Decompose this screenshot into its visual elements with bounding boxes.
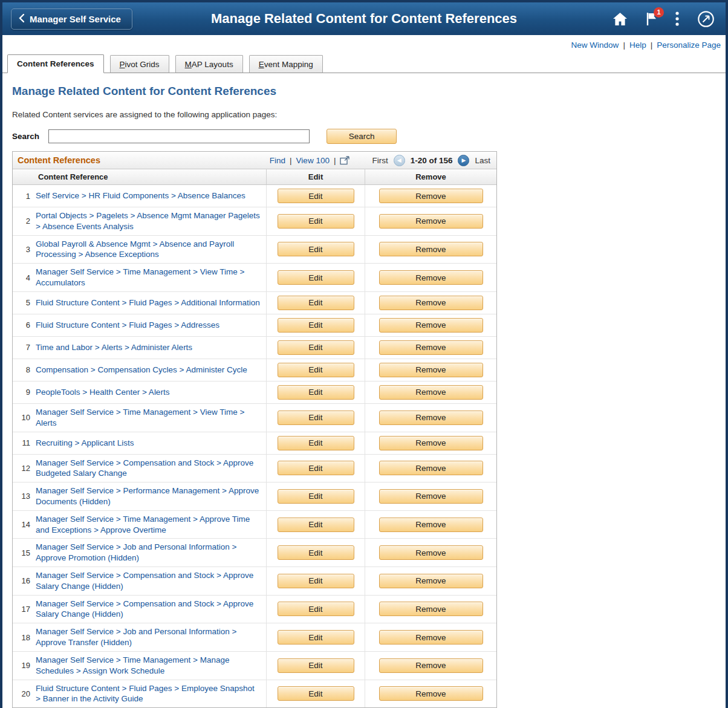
remove-button[interactable]: Remove xyxy=(379,270,483,285)
remove-button[interactable]: Remove xyxy=(379,385,483,400)
remove-cell: Remove xyxy=(365,382,496,403)
content-reference-link[interactable]: Manager Self Service > Time Management >… xyxy=(36,267,260,288)
row-number: 6 xyxy=(13,318,34,332)
home-icon[interactable] xyxy=(613,12,628,26)
search-input[interactable] xyxy=(48,129,310,143)
remove-button[interactable]: Remove xyxy=(379,489,483,504)
edit-button[interactable]: Edit xyxy=(278,574,354,588)
edit-button[interactable]: Edit xyxy=(278,436,354,450)
content-reference-cell: Manager Self Service > Compensation and … xyxy=(34,567,267,595)
edit-button[interactable]: Edit xyxy=(278,658,354,673)
tab-pivot-grids[interactable]: Pivot Grids xyxy=(110,55,169,73)
remove-button[interactable]: Remove xyxy=(379,686,483,701)
find-link[interactable]: Find xyxy=(270,156,285,165)
content-reference-cell: Manager Self Service > Job and Personal … xyxy=(34,623,267,651)
search-button[interactable]: Search xyxy=(327,129,397,144)
content-reference-link[interactable]: Manager Self Service > Time Management >… xyxy=(36,514,260,536)
edit-button[interactable]: Edit xyxy=(278,363,354,377)
zoom-grid-icon[interactable] xyxy=(340,156,350,165)
remove-cell: Remove xyxy=(365,207,496,235)
edit-button[interactable]: Edit xyxy=(278,242,354,256)
edit-button[interactable]: Edit xyxy=(278,189,354,203)
table-row: 12 Manager Self Service > Compensation a… xyxy=(13,455,496,483)
last-page-link[interactable]: Last xyxy=(475,156,490,165)
content-reference-link[interactable]: Manager Self Service > Job and Personal … xyxy=(36,542,260,563)
content-reference-link[interactable]: Manager Self Service > Job and Personal … xyxy=(36,626,260,648)
edit-button[interactable]: Edit xyxy=(278,318,354,333)
remove-button[interactable]: Remove xyxy=(379,574,483,588)
content-reference-link[interactable]: Fluid Structure Content > Fluid Pages > … xyxy=(36,320,219,331)
grid-body: 1 Self Service > HR Fluid Components > A… xyxy=(13,185,496,707)
remove-button[interactable]: Remove xyxy=(379,461,483,475)
edit-button[interactable]: Edit xyxy=(278,518,354,532)
remove-button[interactable]: Remove xyxy=(379,318,483,333)
content-reference-link[interactable]: Time and Labor > Alerts > Administer Ale… xyxy=(36,342,192,353)
edit-cell: Edit xyxy=(267,432,365,454)
remove-button[interactable]: Remove xyxy=(379,214,483,229)
new-window-link[interactable]: New Window xyxy=(571,41,619,50)
edit-button[interactable]: Edit xyxy=(278,602,354,616)
first-page-link[interactable]: First xyxy=(372,156,388,165)
content-reference-link[interactable]: Manager Self Service > Compensation and … xyxy=(36,570,260,592)
help-link[interactable]: Help xyxy=(629,41,646,50)
content-reference-link[interactable]: Manager Self Service > Time Management >… xyxy=(36,655,260,677)
content-reference-link[interactable]: Recruiting > Applicant Lists xyxy=(36,438,134,449)
edit-button[interactable]: Edit xyxy=(278,461,354,475)
edit-button[interactable]: Edit xyxy=(278,630,354,645)
edit-button[interactable]: Edit xyxy=(278,686,354,701)
content-reference-cell: Manager Self Service > Compensation and … xyxy=(34,455,267,482)
remove-button[interactable]: Remove xyxy=(379,296,483,310)
remove-button[interactable]: Remove xyxy=(379,411,483,425)
remove-button[interactable]: Remove xyxy=(379,630,483,645)
column-header-spacer xyxy=(13,169,34,184)
content-reference-link[interactable]: Manager Self Service > Compensation and … xyxy=(36,599,260,620)
remove-button[interactable]: Remove xyxy=(379,658,483,673)
edit-button[interactable]: Edit xyxy=(278,340,354,355)
content-reference-link[interactable]: PeopleTools > Health Center > Alerts xyxy=(36,387,169,398)
edit-cell: Edit xyxy=(267,455,365,482)
remove-button[interactable]: Remove xyxy=(379,602,483,616)
next-page-icon[interactable]: ▶ xyxy=(458,155,469,166)
remove-button[interactable]: Remove xyxy=(379,340,483,355)
edit-button[interactable]: Edit xyxy=(278,296,354,310)
remove-button[interactable]: Remove xyxy=(379,545,483,560)
remove-button[interactable]: Remove xyxy=(379,518,483,532)
remove-button[interactable]: Remove xyxy=(379,436,483,450)
edit-button[interactable]: Edit xyxy=(278,214,354,229)
navbar-icon[interactable] xyxy=(697,10,715,28)
actions-menu-icon[interactable] xyxy=(675,11,679,26)
tab-event-mapping[interactable]: Event Mapping xyxy=(249,55,323,73)
remove-button[interactable]: Remove xyxy=(379,242,483,256)
remove-button[interactable]: Remove xyxy=(379,363,483,377)
content-reference-link[interactable]: Self Service > HR Fluid Components > Abs… xyxy=(36,190,245,201)
content-reference-cell: Portal Objects > Pagelets > Absence Mgmt… xyxy=(34,207,267,235)
previous-page-icon[interactable]: ◀ xyxy=(394,155,405,166)
back-button[interactable]: Manager Self Service xyxy=(11,8,132,30)
edit-button[interactable]: Edit xyxy=(278,270,354,285)
content-reference-link[interactable]: Fluid Structure Content > Fluid Pages > … xyxy=(36,297,260,308)
remove-button[interactable]: Remove xyxy=(379,189,483,203)
content-reference-link[interactable]: Manager Self Service > Performance Manag… xyxy=(36,486,260,507)
remove-cell: Remove xyxy=(365,337,496,359)
table-row: 15 Manager Self Service > Job and Person… xyxy=(13,539,496,567)
view-all-link[interactable]: View 100 xyxy=(296,156,330,165)
edit-button[interactable]: Edit xyxy=(278,489,354,504)
tab-map-layouts[interactable]: MAP Layouts xyxy=(175,55,243,73)
grid-column-header: Content Reference Edit Remove xyxy=(13,169,496,185)
content-reference-link[interactable]: Portal Objects > Pagelets > Absence Mgmt… xyxy=(36,210,260,232)
edit-button[interactable]: Edit xyxy=(278,385,354,400)
content-reference-link[interactable]: Manager Self Service > Compensation and … xyxy=(36,458,260,479)
edit-button[interactable]: Edit xyxy=(278,545,354,560)
grid-tools: Find | View 100 | xyxy=(270,156,351,165)
page-title: Manage Related Content for Content Refer… xyxy=(211,11,517,27)
tab-content-references[interactable]: Content References xyxy=(7,54,104,73)
content-reference-link[interactable]: Manager Self Service > Time Management >… xyxy=(36,407,260,429)
content-reference-link[interactable]: Fluid Structure Content > Fluid Pages > … xyxy=(36,683,260,705)
personalize-page-link[interactable]: Personalize Page xyxy=(657,41,721,50)
edit-button[interactable]: Edit xyxy=(278,411,354,425)
content-reference-link[interactable]: Compensation > Compensation Cycles > Adm… xyxy=(36,365,247,375)
edit-cell: Edit xyxy=(267,337,365,359)
content-reference-link[interactable]: Global Payroll & Absence Mgmt > Absence … xyxy=(36,239,260,261)
notifications-flag-icon[interactable]: 1 xyxy=(646,12,657,26)
row-number: 10 xyxy=(13,411,34,424)
